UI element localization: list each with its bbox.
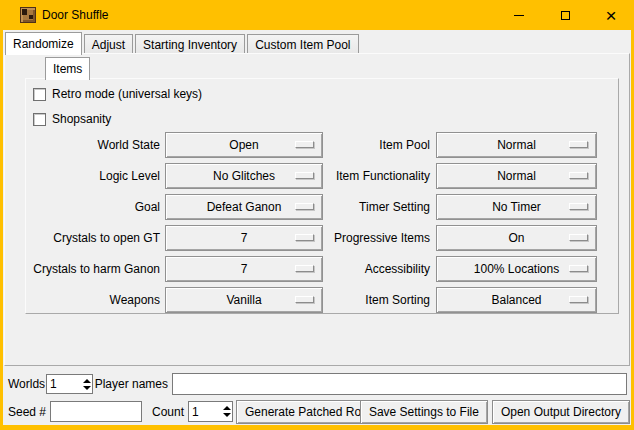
maximize-icon [561,11,570,20]
dropdown-indicator-icon [569,234,588,241]
tab-starting-inventory[interactable]: Starting Inventory [135,34,245,55]
generate-patched-rom-button[interactable]: Generate Patched Rom [236,400,380,424]
progressive-items-dropdown[interactable]: On [436,225,597,251]
goal-value: Defeat Ganon [207,200,282,214]
count-spin-arrows[interactable] [222,402,232,421]
dropdown-indicator-icon [569,141,588,148]
dropdown-indicator-icon [569,203,588,210]
spin-up-icon[interactable] [223,406,231,410]
dropdown-indicator-icon [569,172,588,179]
outer-tab-bar: Randomize Adjust Starting Inventory Cust… [5,32,361,55]
minimize-icon [514,15,524,16]
progressive-items-label: Progressive Items [334,225,430,251]
tab-custom-item-pool[interactable]: Custom Item Pool [247,34,358,55]
accessibility-label: Accessibility [365,256,430,282]
item-pool-label: Item Pool [379,132,430,158]
dropdown-indicator-icon [295,141,314,148]
open-output-directory-button[interactable]: Open Output Directory [492,400,630,424]
tab-items[interactable]: Items [45,57,90,80]
world-state-dropdown[interactable]: Open [165,132,323,158]
worlds-label: Worlds [8,374,45,394]
goal-label: Goal [135,194,160,220]
item-pool-dropdown[interactable]: Normal [436,132,597,158]
weapons-label: Weapons [110,287,160,313]
spin-up-icon[interactable] [83,379,91,383]
title-bar: Door Shuffle × [0,0,634,30]
tab-randomize[interactable]: Randomize [5,32,82,55]
dropdown-indicator-icon [569,265,588,272]
accessibility-dropdown[interactable]: 100% Locations [436,256,597,282]
crystals-gt-label: Crystals to open GT [53,225,160,251]
item-pool-value: Normal [497,138,536,152]
dropdown-indicator-icon [295,203,314,210]
count-label: Count [152,402,184,422]
retro-mode-checkbox-row: Retro mode (universal keys) [33,87,202,101]
retro-mode-checkbox[interactable] [33,88,46,101]
item-sorting-dropdown[interactable]: Balanced [436,287,597,313]
timer-setting-dropdown[interactable]: No Timer [436,194,597,220]
crystals-ganon-label: Crystals to harm Ganon [33,256,160,282]
window-title: Door Shuffle [42,0,109,30]
logic-level-dropdown[interactable]: No Glitches [165,163,323,189]
item-functionality-dropdown[interactable]: Normal [436,163,597,189]
crystals-gt-dropdown[interactable]: 7 [165,225,323,251]
seed-input[interactable] [50,401,142,422]
progressive-items-value: On [508,231,524,245]
close-icon: × [605,6,616,25]
maximize-button[interactable] [542,0,588,30]
player-names-label: Player names [95,374,168,394]
app-window: Door Shuffle × Randomize Adjust Starting… [0,0,634,430]
item-sorting-value: Balanced [491,293,541,307]
dropdown-indicator-icon [295,172,314,179]
shopsanity-checkbox-row: Shopsanity [33,112,111,126]
bottom-right-buttons: Save Settings to File Open Output Direct… [360,400,630,424]
dropdown-indicator-icon [295,296,314,303]
worlds-spin-arrows[interactable] [82,375,92,393]
weapons-dropdown[interactable]: Vanilla [165,287,323,313]
timer-setting-label: Timer Setting [359,194,430,220]
minimize-button[interactable] [496,0,542,30]
dropdown-indicator-icon [295,234,314,241]
seed-label: Seed # [8,402,46,422]
door-knob-detail [29,15,33,19]
dropdown-indicator-icon [569,296,588,303]
item-functionality-value: Normal [497,169,536,183]
player-names-input[interactable] [172,373,627,395]
spin-down-icon[interactable] [223,413,231,417]
close-button[interactable]: × [588,0,634,30]
save-settings-button[interactable]: Save Settings to File [360,400,488,424]
accessibility-value: 100% Locations [474,262,559,276]
world-state-label: World State [98,132,160,158]
client-area: Randomize Adjust Starting Inventory Cust… [3,30,631,425]
door-icon-detail [22,9,27,15]
door-icon [20,7,36,23]
count-spinbox[interactable] [188,401,233,422]
spin-down-icon[interactable] [83,386,91,390]
crystals-gt-value: 7 [241,231,248,245]
worlds-spinbox[interactable] [46,374,93,394]
logic-level-value: No Glitches [213,169,275,183]
item-sorting-label: Item Sorting [365,287,430,313]
world-state-value: Open [229,138,258,152]
logic-level-label: Logic Level [99,163,160,189]
item-functionality-label: Item Functionality [336,163,430,189]
crystals-ganon-dropdown[interactable]: 7 [165,256,323,282]
dropdown-indicator-icon [295,265,314,272]
shopsanity-checkbox[interactable] [33,113,46,126]
weapons-value: Vanilla [226,293,261,307]
retro-mode-label: Retro mode (universal keys) [52,87,202,101]
crystals-ganon-value: 7 [241,262,248,276]
tab-adjust[interactable]: Adjust [84,34,133,55]
goal-dropdown[interactable]: Defeat Ganon [165,194,323,220]
count-input[interactable] [189,402,222,421]
timer-setting-value: No Timer [492,200,541,214]
worlds-input[interactable] [47,375,82,393]
shopsanity-label: Shopsanity [52,112,111,126]
